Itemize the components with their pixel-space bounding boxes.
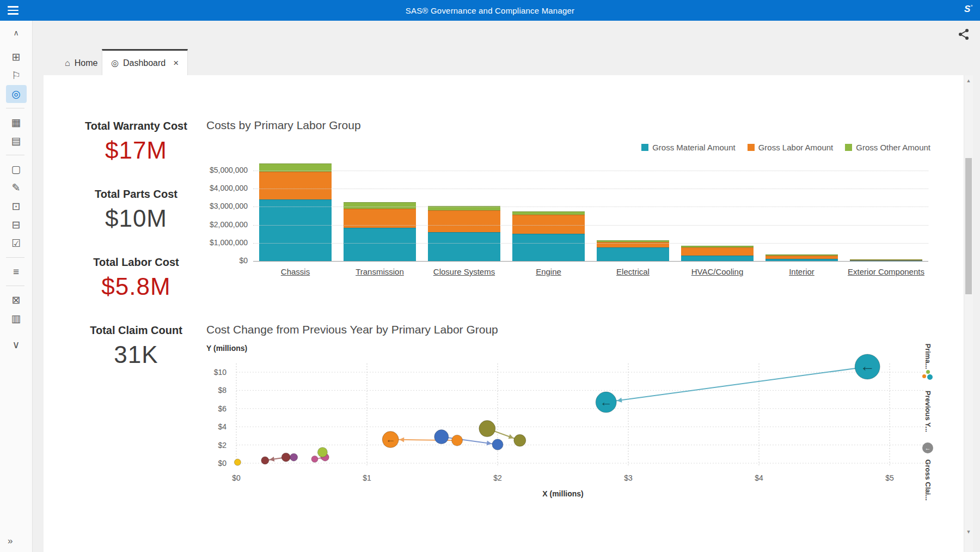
category-label[interactable]: Transmission <box>338 267 422 276</box>
kpi-value: 31K <box>60 341 212 368</box>
sidebar-item-copy-icon[interactable]: ⊡ <box>6 197 27 215</box>
bar-segment[interactable] <box>428 210 500 232</box>
scroll-down-icon[interactable]: ▼ <box>964 527 973 536</box>
bubble[interactable] <box>452 435 463 446</box>
category-label[interactable]: Chassis <box>253 267 338 276</box>
bar-column <box>675 161 759 261</box>
scroll-up-icon[interactable]: ▲ <box>964 76 973 85</box>
sidebar-divider <box>6 257 24 258</box>
legend-label: Gross Other Amount <box>856 143 930 152</box>
previous-year-arrow-icon: ← <box>860 357 875 374</box>
arrowhead-icon <box>270 457 275 462</box>
bubble[interactable] <box>317 447 327 457</box>
bar-segment[interactable] <box>428 232 500 261</box>
legend-primary-label: Prima... <box>924 344 932 369</box>
bubble[interactable] <box>234 459 241 465</box>
legend-item[interactable]: Gross Labor Amount <box>748 143 834 152</box>
bar-segment[interactable] <box>512 211 585 215</box>
arrowhead-icon <box>617 398 622 403</box>
bar-segment[interactable] <box>681 256 754 261</box>
sidebar-item-flag-report-icon[interactable]: ⚐ <box>6 66 27 84</box>
y-tick-label: $5,000,000 <box>206 166 248 174</box>
gridline <box>253 243 928 244</box>
kpi-label: Total Parts Cost <box>60 188 212 201</box>
bubble[interactable] <box>290 453 298 461</box>
x-tick-label: $1 <box>363 474 371 482</box>
bar-segment[interactable] <box>765 254 838 256</box>
bar-segment[interactable] <box>512 234 585 261</box>
y-tick-label: $1,000,000 <box>206 238 248 247</box>
bubble[interactable] <box>434 430 449 444</box>
tab-dashboard-label: Dashboard <box>123 58 166 68</box>
bar-segment[interactable] <box>259 199 332 261</box>
x-axis-category-labels: ChassisTransmissionClosure SystemsEngine… <box>253 267 928 276</box>
bubble[interactable] <box>514 434 526 446</box>
arrowhead-icon <box>399 437 404 442</box>
previous-year-arrow-icon: ← <box>600 395 612 409</box>
sidebar-item-tasks-icon[interactable]: ☑ <box>6 234 27 252</box>
legend-item[interactable]: Gross Other Amount <box>845 143 930 152</box>
legend-previous-year-label: Previous Y... <box>924 391 932 432</box>
bar-column <box>759 161 844 261</box>
bar-segment[interactable] <box>344 228 416 261</box>
sidebar-item-notes-icon[interactable]: ≡ <box>6 263 27 281</box>
bubble-chart-cost-change: Cost Change from Previous Year by Primar… <box>201 323 980 508</box>
bar-segment[interactable] <box>681 246 754 247</box>
bar-segment[interactable] <box>344 202 416 209</box>
tab-dashboard[interactable]: ◎ Dashboard × <box>102 49 188 75</box>
chevron-down-icon[interactable]: ∨ <box>6 336 27 354</box>
bubble[interactable] <box>311 456 318 462</box>
kpi-label: Total Claim Count <box>60 324 212 337</box>
kpi-value: $5.8M <box>60 273 212 300</box>
sidebar-item-monitor-icon[interactable]: ⊟ <box>6 216 27 234</box>
category-label[interactable]: Electrical <box>591 267 675 276</box>
sidebar-item-briefcase-icon[interactable]: ▤ <box>6 132 27 150</box>
sidebar-item-document-icon[interactable]: ▢ <box>6 160 27 178</box>
x-tick-label: $5 <box>885 474 894 482</box>
bar-segment[interactable] <box>681 247 754 256</box>
bubble[interactable] <box>479 421 495 437</box>
x-axis-title: X (millions) <box>542 489 583 498</box>
category-label[interactable]: Interior <box>759 267 844 276</box>
share-icon[interactable] <box>956 27 971 43</box>
bubble[interactable] <box>281 453 290 462</box>
legend-label: Gross Material Amount <box>652 143 736 152</box>
sidebar-item-edit-icon[interactable]: ✎ <box>6 179 27 197</box>
category-label[interactable]: Closure Systems <box>422 267 506 276</box>
dashboard-icon: ◎ <box>111 58 119 68</box>
gridline <box>253 189 928 189</box>
category-label[interactable]: Exterior Components <box>844 267 928 276</box>
bar-segment[interactable] <box>597 240 669 242</box>
hamburger-menu-icon[interactable] <box>8 4 22 16</box>
bar-segment[interactable] <box>259 172 332 199</box>
scrollbar-thumb[interactable] <box>965 158 972 294</box>
tab-home[interactable]: ⌂ Home <box>56 51 106 75</box>
bar-segment[interactable] <box>597 247 669 261</box>
category-label[interactable]: HVAC/Cooling <box>675 267 759 276</box>
sidebar-divider <box>6 108 24 108</box>
sidebar-item-calendar-icon[interactable]: ▦ <box>6 113 27 131</box>
sas-logo[interactable]: S° <box>964 4 972 15</box>
bar-segment[interactable] <box>765 256 838 259</box>
dashboard-canvas: Total Warranty Cost $17M Total Parts Cos… <box>44 75 964 552</box>
bar-segment[interactable] <box>850 259 922 260</box>
legend-item[interactable]: Gross Material Amount <box>641 143 736 152</box>
category-label[interactable]: Engine <box>506 267 591 276</box>
sidebar-item-search-doc-icon[interactable]: ⊠ <box>6 291 27 309</box>
kpi-value: $10M <box>60 205 212 232</box>
bubble[interactable] <box>261 457 269 464</box>
y-tick-label: $6 <box>218 404 226 413</box>
expand-sidebar-icon[interactable]: » <box>8 536 13 547</box>
sidebar-item-clipboard-icon[interactable]: ▥ <box>6 310 27 327</box>
bubble[interactable] <box>492 439 503 450</box>
sidebar-item-dashboard-icon[interactable]: ◎ <box>6 85 27 103</box>
chevron-up-icon[interactable]: ∧ <box>6 27 27 39</box>
gridline <box>253 225 928 226</box>
close-icon[interactable]: × <box>173 58 179 69</box>
kpi-total-warranty-cost: Total Warranty Cost $17M <box>60 120 212 164</box>
sidebar-item-inventory-icon[interactable]: ⊞ <box>6 48 27 66</box>
app-title: SAS® Governance and Compliance Manager <box>406 6 575 15</box>
bar-segment[interactable] <box>850 260 922 260</box>
bubble-cluster-icon <box>922 369 933 380</box>
chart-title: Cost Change from Previous Year by Primar… <box>206 323 498 336</box>
